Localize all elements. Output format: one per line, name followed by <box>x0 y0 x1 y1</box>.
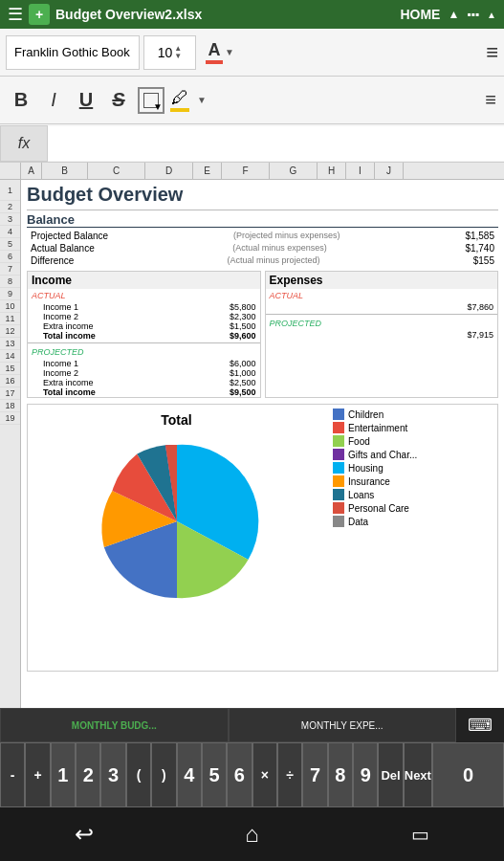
row-10: 10 <box>0 300 20 313</box>
bold-button[interactable]: B <box>8 89 34 111</box>
legend-label-data: Data <box>348 517 368 527</box>
row-18: 18 <box>0 400 20 412</box>
col-f: F <box>222 163 270 179</box>
back-button[interactable]: ↩ <box>60 815 108 853</box>
fx-button[interactable]: fx <box>0 125 48 162</box>
expenses-proj-label: PROJECTED <box>266 317 498 330</box>
income-divider <box>28 342 260 343</box>
expand-icon[interactable]: ▲ <box>487 10 496 20</box>
income-proj-total: Total income$9,500 <box>28 387 260 397</box>
font-color-bar <box>206 60 223 64</box>
key-0[interactable]: 0 <box>432 742 504 807</box>
font-size-down[interactable]: ▼ <box>174 53 182 60</box>
legend-label-housing: Housing <box>348 463 383 474</box>
legend-color-insurance <box>333 475 344 487</box>
legend-color-gifts <box>333 449 344 460</box>
row-4: 4 <box>0 226 20 238</box>
key-9[interactable]: 9 <box>353 742 378 807</box>
text-align-button[interactable]: ≡ <box>486 40 498 64</box>
projected-balance-value: $1,585 <box>465 231 494 241</box>
row-15: 15 <box>0 363 20 375</box>
tab-monthly-budget[interactable]: MONTHLY BUDG... <box>0 708 229 742</box>
income-proj-row-3: Extra income$2,500 <box>28 378 260 387</box>
col-i: I <box>346 163 375 179</box>
row-6: 6 <box>0 251 20 263</box>
col-h: H <box>318 163 346 179</box>
border-button[interactable]: ▼ <box>138 87 164 114</box>
legend-personal: Personal Care <box>333 502 490 514</box>
hamburger-icon[interactable]: ☰ <box>8 4 23 25</box>
key-1[interactable]: 1 <box>51 742 76 807</box>
legend-color-children <box>333 408 344 420</box>
legend-color-personal <box>333 502 344 514</box>
key-minus[interactable]: - <box>0 742 25 807</box>
legend-children: Children <box>333 408 490 420</box>
income-actual-row-2: Income 2$2,300 <box>28 312 260 321</box>
row-5: 5 <box>0 238 20 251</box>
col-headers: A B C D E F G H I J <box>0 163 504 180</box>
status-bar: ☰ + Budget Overview2.xlsx HOME ▲ ▪▪▪ ▲ <box>0 0 504 29</box>
chart-legend: Children Entertainment Food Gifts a <box>325 405 497 671</box>
legend-label-entertainment: Entertainment <box>348 423 407 433</box>
divider-1 <box>27 210 498 210</box>
border-dropdown[interactable]: ▼ <box>153 101 163 112</box>
row-14: 14 <box>0 350 20 363</box>
key-5[interactable]: 5 <box>202 742 227 807</box>
home-label[interactable]: HOME <box>400 7 440 22</box>
row-7: 7 <box>0 263 20 276</box>
col-j: J <box>375 163 404 179</box>
key-del[interactable]: Del <box>378 742 403 807</box>
key-6[interactable]: 6 <box>227 742 252 807</box>
key-2[interactable]: 2 <box>76 742 100 807</box>
row-2: 2 <box>0 201 20 213</box>
tab-budget-label: MONTHLY BUDG... <box>72 720 157 731</box>
font-name-selector[interactable]: Franklin Gothic Book <box>6 35 140 70</box>
key-3[interactable]: 3 <box>100 742 125 807</box>
key-next[interactable]: Next <box>404 742 432 807</box>
key-multiply[interactable]: × <box>252 742 277 807</box>
home-button[interactable]: ⌂ <box>228 815 275 853</box>
underline-button[interactable]: U <box>73 89 99 111</box>
key-close-paren[interactable]: ) <box>151 742 176 807</box>
actual-balance-sub: (Actual minus expenses) <box>232 243 327 254</box>
keyboard-toggle[interactable]: ⌨ <box>456 708 504 742</box>
row-19: 19 <box>0 412 20 425</box>
income-actual-total: Total income$9,600 <box>28 331 260 341</box>
highlight-icon: 🖊 <box>171 88 188 108</box>
key-plus[interactable]: + <box>25 742 50 807</box>
strikethrough-button[interactable]: S <box>105 89 132 111</box>
key-divide[interactable]: ÷ <box>277 742 302 807</box>
font-color-button[interactable]: A <box>206 40 223 64</box>
income-proj-row-1: Income 1$6,000 <box>28 359 260 368</box>
tab-monthly-expenses[interactable]: MONTHLY EXPE... <box>229 708 457 742</box>
balance-row-1: Projected Balance (Projected minus expen… <box>27 230 498 242</box>
font-color-dropdown[interactable]: ▼ <box>225 47 234 57</box>
legend-label-insurance: Insurance <box>348 476 390 487</box>
italic-button[interactable]: I <box>40 89 67 111</box>
formula-input[interactable] <box>48 126 504 161</box>
key-7[interactable]: 7 <box>302 742 327 807</box>
formula-bar: fx <box>0 124 504 163</box>
legend-loans: Loans <box>333 489 490 500</box>
key-8[interactable]: 8 <box>328 742 353 807</box>
balance-title: Balance <box>27 212 498 228</box>
key-4[interactable]: 4 <box>177 742 202 807</box>
chart-title: Total <box>161 412 191 428</box>
col-corner <box>0 163 21 179</box>
expenses-title: Expenses <box>266 272 498 289</box>
key-open-paren[interactable]: ( <box>126 742 151 807</box>
bottom-tabs: MONTHLY BUDG... MONTHLY EXPE... ⌨ <box>0 708 504 742</box>
format-toolbar: B I U S ▼ 🖊 ▼ ≡ <box>0 77 504 124</box>
legend-insurance: Insurance <box>333 475 490 487</box>
row-3: 3 <box>0 213 20 226</box>
recents-button[interactable]: ▭ <box>396 815 444 853</box>
spreadsheet: A B C D E F G H I J 1 2 3 4 5 6 7 8 9 10… <box>0 163 504 708</box>
legend-label-loans: Loans <box>348 490 374 500</box>
legend-color-housing <box>333 462 344 474</box>
format-align-button[interactable]: ≡ <box>485 89 496 110</box>
home-icon: ⌂ <box>245 821 259 848</box>
highlight-button[interactable]: 🖊 <box>170 88 189 112</box>
income-actual-row-1: Income 1$5,800 <box>28 302 260 312</box>
highlight-dropdown[interactable]: ▼ <box>197 95 207 105</box>
font-size-selector[interactable]: 10 ▲ ▼ <box>143 35 196 70</box>
